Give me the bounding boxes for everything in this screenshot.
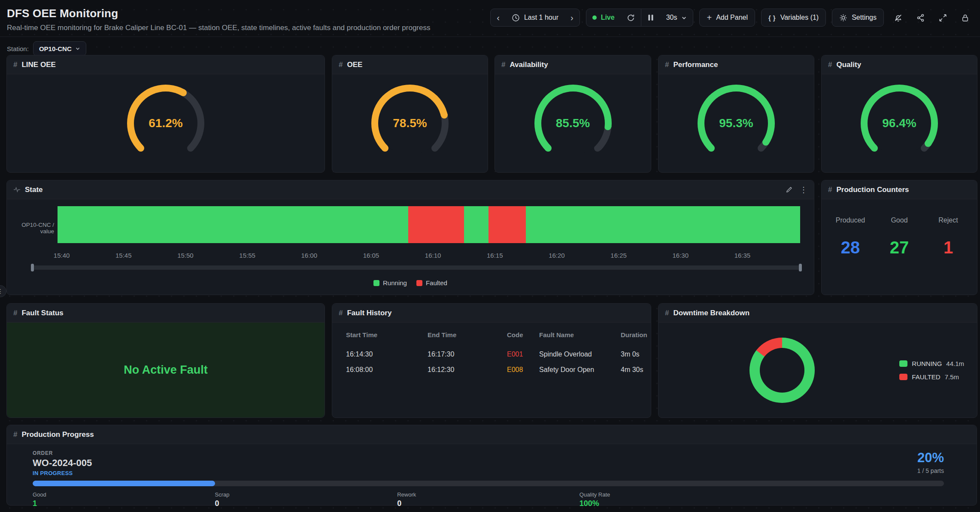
order-id: WO-2024-005 [33, 457, 92, 469]
state-segment-running [526, 206, 800, 243]
variables-button[interactable]: { } Variables (1) [761, 9, 826, 27]
legend-item-faulted[interactable]: Faulted [416, 279, 447, 286]
chevron-down-icon [75, 46, 80, 51]
cell-fault-code: E001 [507, 350, 539, 358]
parts-count: 1 / 5 parts [917, 467, 944, 474]
table-header-row: Start Time End Time Code Fault Name Dura… [346, 323, 651, 347]
panel-title: Fault Status [21, 309, 318, 317]
counter-label: Reject [931, 216, 965, 224]
panel-downtime-breakdown: # Downtime Breakdown RUNNING 44.1m FAULT… [658, 303, 977, 418]
progress-percent: 20% [917, 450, 944, 466]
panel-menu-icon[interactable]: ⋮ [800, 186, 807, 194]
scrollbar-handle-left[interactable] [31, 264, 34, 271]
hash-icon: # [828, 61, 832, 69]
settings-button[interactable]: Settings [832, 9, 884, 27]
panel-line-oee: # LINE OEE 61.2% [6, 55, 325, 173]
gauge-line-oee: 61.2% [127, 85, 204, 162]
station-bar: Station: OP10-CNC [7, 41, 86, 56]
legend-item-faulted[interactable]: FAULTED 7.5m [899, 373, 964, 381]
order-summary: ORDER WO-2024-005 IN PROGRESS 20% 1 / 5 … [33, 450, 944, 476]
station-select[interactable]: OP10-CNC [33, 41, 86, 56]
gauge-oee: 78.5% [371, 85, 449, 162]
refresh-interval-label: 30s [666, 14, 677, 21]
panel-header[interactable]: # Availability [495, 55, 651, 74]
hash-icon: # [339, 309, 343, 317]
counter-value: 27 [882, 238, 916, 257]
panel-header[interactable]: # Fault History [332, 304, 651, 323]
gauge-availability: 85.5% [534, 85, 612, 162]
time-shift-back-button[interactable]: ‹ [491, 9, 506, 26]
panel-header[interactable]: # Performance [658, 55, 814, 74]
panel-header[interactable]: # LINE OEE [7, 55, 325, 74]
cell-fault-name: Safety Door Open [539, 366, 621, 374]
fault-status-message: No Active Fault [124, 363, 208, 377]
edge-drag-handle[interactable]: ⋮ [0, 285, 6, 297]
panel-title: OEE [347, 61, 481, 69]
counter-value: 1 [931, 238, 965, 257]
alerts-off-button[interactable] [890, 9, 906, 27]
expand-button[interactable] [934, 9, 951, 27]
panel-header[interactable]: # Quality [822, 55, 977, 74]
panel-fault-history: # Fault History Start Time End Time Code… [332, 303, 651, 418]
panel-header[interactable]: # Production Progress [7, 425, 977, 444]
hash-icon: # [13, 430, 17, 439]
stat-value: 100% [580, 499, 762, 508]
panel-state: State ⋮ OP10-CNC / value 15:40 15:45 15:… [6, 180, 814, 295]
state-timeline-bar[interactable] [58, 206, 800, 243]
panel-header[interactable]: # Production Counters [822, 180, 977, 199]
progress-bar [33, 481, 944, 486]
station-value: OP10-CNC [39, 45, 72, 52]
cell-start-time: 16:14:30 [346, 350, 428, 358]
scrollbar-handle-right[interactable] [799, 264, 802, 271]
add-panel-label: Add Panel [716, 14, 748, 21]
gauge-performance: 95.3% [698, 85, 775, 162]
cell-end-time: 16:12:30 [428, 366, 507, 374]
counters-row: Produced 28 Good 27 Reject 1 [822, 199, 977, 257]
refresh-interval-button[interactable]: 30s [660, 9, 693, 26]
lock-button[interactable] [957, 9, 973, 27]
refresh-button[interactable] [621, 9, 641, 26]
chevron-left-icon: ‹ [497, 13, 500, 22]
time-range-button[interactable]: Last 1 hour [506, 9, 564, 26]
share-icon [916, 13, 925, 22]
panel-title: Production Progress [21, 430, 970, 439]
order-block: ORDER WO-2024-005 IN PROGRESS [33, 450, 92, 476]
axis-tick: 16:20 [549, 252, 565, 259]
legend-value: 44.1m [946, 360, 964, 367]
legend-item-running[interactable]: Running [373, 279, 407, 286]
title-block: DFS OEE Monitoring Real-time OEE monitor… [7, 7, 430, 32]
panel-title: LINE OEE [21, 61, 318, 69]
legend-label: Faulted [426, 279, 447, 286]
axis-tick: 16:25 [610, 252, 627, 259]
timeline-axis: 15:40 15:45 15:50 15:55 16:00 16:05 16:1… [58, 252, 800, 260]
share-button[interactable] [912, 9, 928, 27]
legend-item-running[interactable]: RUNNING 44.1m [899, 360, 964, 367]
state-segment-running [58, 206, 408, 243]
panel-header[interactable]: # Fault Status [7, 304, 325, 323]
panel-header[interactable]: # Downtime Breakdown [658, 304, 977, 323]
pause-live-button[interactable] [641, 9, 660, 26]
order-label: ORDER [33, 450, 92, 456]
timeline-scrollbar[interactable] [32, 265, 801, 270]
stat-label: Rework [397, 491, 580, 498]
gauge-value: 95.3% [698, 85, 775, 162]
order-status-badge: IN PROGRESS [33, 470, 92, 476]
variables-label: Variables (1) [780, 14, 819, 21]
fault-history-table: Start Time End Time Code Fault Name Dura… [332, 323, 651, 418]
edit-pencil-icon[interactable] [786, 186, 793, 193]
gauge-value: 96.4% [861, 85, 938, 162]
add-panel-button[interactable]: + Add Panel [699, 9, 755, 27]
settings-label: Settings [852, 14, 877, 21]
axis-tick: 16:10 [425, 252, 441, 259]
live-button[interactable]: Live [586, 9, 621, 26]
refresh-group: Live 30s [586, 9, 694, 27]
live-label: Live [601, 14, 615, 21]
axis-tick: 15:45 [115, 252, 132, 259]
state-segment-faulted [408, 206, 464, 243]
panel-header[interactable]: State ⋮ [7, 180, 814, 199]
time-shift-forward-button[interactable]: › [564, 9, 580, 26]
faulted-swatch-icon [416, 280, 422, 286]
chevron-down-icon [681, 15, 687, 21]
panel-header[interactable]: # OEE [332, 55, 488, 74]
donut-legend: RUNNING 44.1m FAULTED 7.5m [899, 360, 964, 381]
